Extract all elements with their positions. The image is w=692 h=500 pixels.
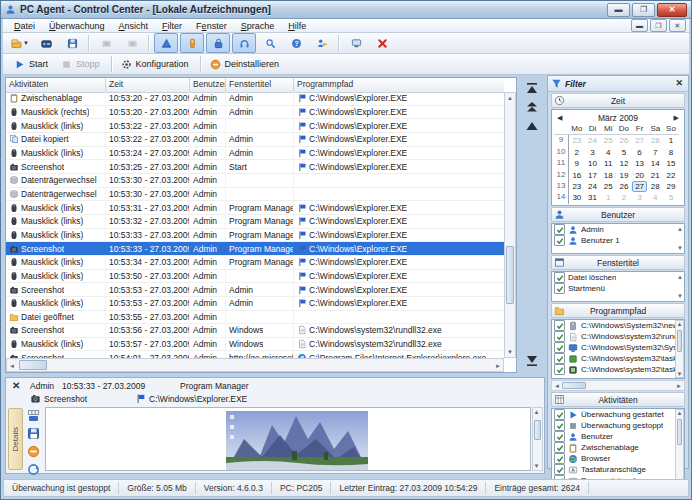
snapshot-1-button[interactable]	[94, 33, 118, 53]
column-header[interactable]: Zeit	[106, 78, 190, 92]
audio-toggle-button[interactable]	[232, 33, 256, 53]
save-button[interactable]	[25, 426, 41, 441]
calendar-day[interactable]: 10	[585, 158, 601, 169]
open-button[interactable]: ▼	[8, 33, 32, 53]
calendar-day[interactable]: 6	[632, 147, 648, 158]
filter-list-item[interactable]: Admin	[552, 224, 684, 235]
table-row[interactable]: Screenshot10:53:25 - 27.03.2009AdminStar…	[6, 160, 504, 174]
menu-item[interactable]: Filter	[155, 20, 189, 32]
table-row[interactable]: Datenträgerwechsel10:53:30 - 27.03.2009A…	[6, 188, 504, 202]
maximize-button[interactable]: ❐	[632, 3, 655, 17]
calendar-day[interactable]: 2	[616, 192, 632, 203]
calendar-day[interactable]: 28	[647, 135, 663, 146]
menu-item[interactable]: Hilfe	[281, 20, 313, 32]
calendar-day[interactable]: 2	[569, 147, 585, 158]
jump-first-button[interactable]	[521, 79, 543, 96]
jump-last-button[interactable]	[521, 352, 543, 369]
calendar-day[interactable]: 1	[663, 135, 679, 146]
list-vertical-scrollbar[interactable]: ▲ ▼	[675, 409, 684, 485]
checkbox[interactable]	[554, 409, 565, 420]
filter-list-item[interactable]: Überwachung gestartet	[552, 409, 684, 420]
save-all-button[interactable]	[25, 408, 41, 423]
calendar-day[interactable]: 4	[600, 147, 616, 158]
calendar-day[interactable]: 3	[585, 147, 601, 158]
calendar-day[interactable]: 31	[585, 192, 601, 203]
calendar-day[interactable]: 23	[569, 135, 585, 146]
filter-list-item[interactable]: C:\Windows\System32\newde	[552, 320, 684, 331]
column-header[interactable]: Fenstertitel	[226, 78, 294, 92]
column-header[interactable]: Programmpfad	[294, 78, 504, 92]
table-row[interactable]: Mausklick (rechts)10:53:20 - 27.03.2009A…	[6, 106, 504, 120]
checkbox[interactable]	[554, 283, 565, 294]
search-button[interactable]	[258, 33, 282, 53]
menu-item[interactable]: Datei	[7, 20, 42, 32]
table-row[interactable]: Mausklick (links)10:53:57 - 27.03.2009Ad…	[6, 338, 504, 352]
calendar-day[interactable]: 24	[585, 135, 601, 146]
help-button[interactable]: ?	[284, 33, 308, 53]
start-button[interactable]: Start	[9, 57, 56, 72]
calendar-day[interactable]: 7	[647, 147, 663, 158]
details-vertical-scrollbar[interactable]: ▲ ▼	[532, 407, 543, 471]
scroll-up-icon[interactable]: ▲	[677, 226, 683, 232]
power-toggle-button[interactable]	[180, 33, 204, 53]
column-header[interactable]: Aktivitäten	[6, 78, 106, 92]
checkbox[interactable]	[554, 464, 565, 475]
calendar-day[interactable]: 28	[647, 181, 663, 192]
calendar-prev-icon[interactable]: ◀	[554, 114, 565, 122]
refresh-button[interactable]	[25, 462, 41, 477]
filter-list-item[interactable]: Benutzer	[552, 431, 684, 442]
details-close-icon[interactable]: ✕	[12, 380, 26, 391]
calendar-day[interactable]: 24	[585, 181, 601, 192]
checkbox[interactable]	[554, 442, 565, 453]
alert-toggle-button[interactable]	[154, 33, 178, 53]
calendar-day[interactable]: 13	[632, 158, 648, 169]
filter-list-item[interactable]: Datei löschen	[552, 272, 684, 283]
calendar-day[interactable]: 21	[647, 170, 663, 181]
scroll-down-icon[interactable]: ▼	[677, 293, 683, 299]
filter-list-item[interactable]: Überwachung gestoppt	[552, 420, 684, 431]
checkbox[interactable]	[554, 272, 565, 283]
mdi-close-button[interactable]: ✕	[669, 19, 686, 32]
screenshot-image[interactable]	[226, 411, 368, 471]
filter-list-item[interactable]: C:\Windows\system32\tasker	[552, 353, 684, 364]
filter-list-item[interactable]: C:\Windows\system32\rundll	[552, 331, 684, 342]
calendar-day[interactable]: 8	[663, 147, 679, 158]
checkbox[interactable]	[554, 453, 565, 464]
calendar-day[interactable]: 4	[647, 192, 663, 203]
column-header[interactable]: Benutzer	[190, 78, 226, 92]
checkbox[interactable]	[554, 431, 565, 442]
calendar-day[interactable]: 29	[663, 181, 679, 192]
recorder-button[interactable]	[34, 33, 58, 53]
checkbox[interactable]	[554, 342, 565, 353]
table-row[interactable]: Zwischenablage10:53:20 - 27.03.2009Admin…	[6, 92, 504, 106]
calendar-day[interactable]: 25	[600, 135, 616, 146]
close-button[interactable]: ✕	[657, 3, 687, 17]
table-row[interactable]: Mausklick (links)10:53:31 - 27.03.2009Ad…	[6, 201, 504, 215]
calendar-day[interactable]: 12	[616, 158, 632, 169]
table-row[interactable]: Datei geöffnet10:53:55 - 27.03.2009Admin	[6, 311, 504, 325]
calendar-day[interactable]: 11	[600, 158, 616, 169]
exit-button[interactable]	[370, 33, 394, 53]
filter-list-item[interactable]: C:\Windows\system32\taskm	[552, 364, 684, 375]
calendar-day[interactable]: 25	[600, 181, 616, 192]
previous-button[interactable]	[521, 117, 543, 134]
calendar-day[interactable]: 15	[663, 158, 679, 169]
checkbox[interactable]	[554, 420, 565, 431]
table-row[interactable]: Mausklick (links)10:53:24 - 27.03.2009Ad…	[6, 147, 504, 161]
minimize-button[interactable]: ▬	[607, 3, 630, 17]
calendar-day[interactable]: 19	[616, 170, 632, 181]
checkbox[interactable]	[554, 353, 565, 364]
menu-item[interactable]: Ansicht	[112, 20, 156, 32]
mdi-minimize-button[interactable]: ▬	[631, 19, 648, 32]
table-row[interactable]: Mausklick (links)10:53:22 - 27.03.2009Ad…	[6, 119, 504, 133]
menu-item[interactable]: Überwachung	[42, 20, 112, 32]
checkbox[interactable]	[554, 320, 565, 331]
calendar-day[interactable]: 3	[632, 192, 648, 203]
calendar-day[interactable]: 9	[569, 158, 585, 169]
checkbox[interactable]	[554, 331, 565, 342]
checkbox[interactable]	[554, 224, 565, 235]
calendar-day[interactable]: 5	[616, 147, 632, 158]
calendar-day[interactable]: 20	[632, 170, 648, 181]
filter-list-item[interactable]: Benutzer 1	[552, 235, 684, 246]
konfiguration-button[interactable]: Konfiguration	[116, 57, 197, 72]
